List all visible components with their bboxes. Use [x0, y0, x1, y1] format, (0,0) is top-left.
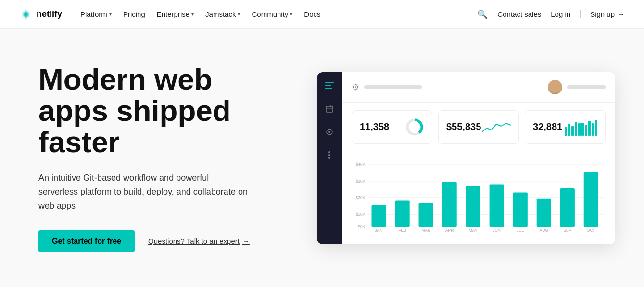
hero-actions: Get started for free Questions? Talk to …	[38, 230, 269, 252]
nav-left: netlify Platform ▾ Pricing Enterprise ▾ …	[19, 7, 326, 21]
svg-text:APR: APR	[445, 227, 454, 232]
stat-card-1: 11,358	[352, 110, 432, 144]
enterprise-chevron: ▾	[191, 12, 194, 17]
bar-apr	[442, 182, 457, 226]
stat-card-3: 32,881	[525, 110, 606, 144]
sidebar-calendar-icon	[326, 105, 333, 115]
bar-chart-svg: $40K $30K $20K $10K $0K	[352, 157, 606, 235]
mini-bar-2	[568, 124, 570, 135]
mini-bar-3	[571, 126, 574, 136]
dash-sidebar	[317, 72, 342, 244]
donut-chart	[405, 117, 424, 137]
sidebar-dots-icon	[328, 151, 330, 161]
svg-text:$0K: $0K	[358, 224, 365, 229]
bar-oct	[584, 172, 598, 227]
stat-card-2: $55,835	[438, 110, 519, 144]
dash-header-right	[548, 80, 606, 94]
gear-icon: ⚙	[352, 82, 359, 92]
dashboard-illustration: ⚙ 11,358	[317, 72, 615, 244]
stat-cards: 11,358 $55,835 32,881	[342, 103, 615, 152]
chart-area: $40K $30K $20K $10K $0K	[342, 152, 615, 244]
stat-value-1: 11,358	[360, 121, 389, 132]
platform-chevron: ▾	[109, 12, 112, 17]
mini-bar-1	[565, 127, 567, 136]
bar-feb	[395, 200, 410, 227]
dash-header-placeholder-bar2	[567, 85, 606, 89]
logo-text: netlify	[37, 9, 62, 19]
svg-rect-5	[325, 82, 334, 83]
bar-aug	[537, 198, 551, 226]
hero-title: Modern web apps shipped faster	[38, 64, 269, 157]
community-chevron: ▾	[290, 12, 292, 17]
stat-value-2: $55,835	[446, 121, 481, 132]
mini-bar-10	[595, 120, 597, 135]
nav-jamstack[interactable]: Jamstack ▾	[201, 7, 245, 21]
contact-sales-link[interactable]: Contact sales	[497, 10, 541, 18]
hero-subtitle: An intuitive Git-based workflow and powe…	[38, 171, 250, 212]
bar-sep	[560, 188, 575, 226]
svg-text:MAR: MAR	[421, 227, 430, 232]
svg-point-14	[328, 151, 330, 153]
svg-text:$40K: $40K	[356, 161, 366, 166]
line-chart	[482, 118, 511, 136]
sidebar-circle-icon	[326, 128, 333, 138]
navbar: netlify Platform ▾ Pricing Enterprise ▾ …	[0, 0, 644, 29]
svg-text:JUN: JUN	[492, 227, 500, 232]
mini-bar-9	[592, 123, 594, 135]
mini-bar-4	[575, 122, 577, 136]
svg-text:MAY: MAY	[469, 227, 478, 232]
login-link[interactable]: Log in	[551, 10, 570, 18]
svg-text:JUL: JUL	[517, 227, 524, 232]
dash-header-placeholder-bar	[364, 85, 422, 89]
nav-links: Platform ▾ Pricing Enterprise ▾ Jamstack…	[76, 7, 326, 21]
mini-bar-7	[585, 125, 587, 136]
netlify-logo-icon	[19, 8, 33, 21]
svg-text:JAN: JAN	[375, 227, 383, 232]
stat-value-3: 32,881	[533, 121, 562, 132]
svg-text:FEB: FEB	[398, 227, 406, 232]
sidebar-bars-icon	[325, 82, 334, 91]
bar-may	[466, 186, 480, 227]
talk-to-expert-link[interactable]: Questions? Talk to an expert →	[148, 237, 250, 245]
bar-jul	[513, 192, 528, 227]
signup-button[interactable]: Sign up →	[580, 10, 625, 18]
nav-pricing[interactable]: Pricing	[118, 7, 150, 21]
svg-text:AUG: AUG	[540, 227, 548, 232]
svg-point-15	[328, 154, 330, 156]
mini-bar-6	[581, 123, 584, 136]
bar-jan	[371, 205, 386, 226]
svg-rect-6	[325, 85, 331, 86]
nav-docs[interactable]: Docs	[299, 7, 325, 21]
bar-jun	[490, 184, 504, 227]
svg-text:SEP: SEP	[563, 227, 571, 232]
signup-arrow-icon: →	[618, 10, 625, 18]
dash-header-left: ⚙	[352, 82, 422, 92]
get-started-button[interactable]: Get started for free	[38, 230, 135, 252]
jamstack-chevron: ▾	[238, 12, 240, 17]
nav-right: 🔍 Contact sales Log in Sign up →	[477, 9, 625, 20]
svg-text:$30K: $30K	[356, 178, 366, 183]
avatar	[548, 80, 562, 94]
nav-community[interactable]: Community ▾	[247, 7, 297, 21]
svg-text:$20K: $20K	[356, 195, 366, 200]
svg-rect-8	[326, 106, 333, 112]
svg-text:$10K: $10K	[356, 212, 366, 217]
svg-point-13	[328, 131, 330, 133]
hero-text-block: Modern web apps shipped faster An intuit…	[38, 64, 269, 252]
svg-point-16	[328, 157, 330, 159]
nav-enterprise[interactable]: Enterprise ▾	[152, 7, 199, 21]
mini-bar-5	[578, 123, 581, 135]
avatar-face	[548, 80, 562, 94]
nav-platform[interactable]: Platform ▾	[76, 7, 116, 21]
dash-header: ⚙	[342, 72, 615, 103]
search-icon[interactable]: 🔍	[477, 9, 488, 20]
logo-link[interactable]: netlify	[19, 8, 62, 21]
dash-main: ⚙ 11,358	[342, 72, 615, 244]
mini-bar-chart	[565, 118, 597, 136]
expert-arrow-icon: →	[242, 237, 250, 245]
mini-bar-8	[588, 121, 591, 136]
svg-rect-7	[325, 88, 332, 89]
hero-section: Modern web apps shipped faster An intuit…	[0, 29, 644, 287]
bar-mar	[419, 203, 433, 227]
svg-text:OCT: OCT	[587, 227, 595, 232]
